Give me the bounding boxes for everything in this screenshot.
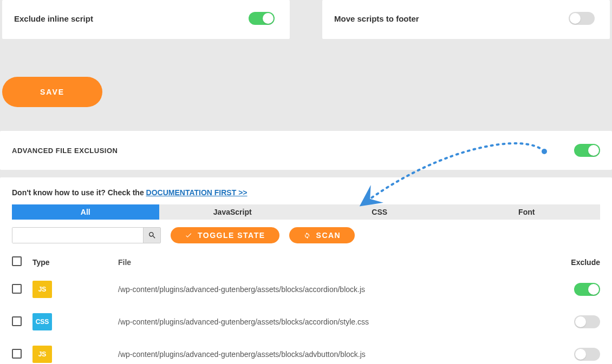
scan-label: SCAN	[316, 231, 341, 240]
save-button[interactable]: SAVE	[2, 77, 102, 107]
toggle-state-label: TOGGLE STATE	[198, 231, 265, 240]
move-scripts-footer-toggle[interactable]	[569, 12, 595, 25]
move-scripts-footer-label: Move scripts to footer	[334, 14, 419, 23]
row-checkbox[interactable]	[12, 349, 22, 359]
exclude-toggle[interactable]	[574, 315, 600, 328]
select-all-checkbox[interactable]	[12, 256, 22, 266]
scan-button[interactable]: SCAN	[289, 227, 355, 243]
tab-css[interactable]: CSS	[306, 204, 453, 220]
advanced-file-exclusion-title: ADVANCED FILE EXCLUSION	[12, 147, 118, 155]
column-header-type: Type	[32, 258, 108, 267]
tab-javascript[interactable]: JavaScript	[159, 204, 307, 220]
help-text-prefix: Don't know how to use it? Check the	[12, 188, 146, 197]
file-type-badge: CSS	[32, 313, 52, 330]
column-header-file: File	[118, 258, 547, 267]
tab-font[interactable]: Font	[453, 204, 601, 220]
row-checkbox[interactable]	[12, 316, 22, 326]
advanced-file-exclusion-toggle[interactable]	[574, 144, 600, 157]
file-path: /wp-content/plugins/advanced-gutenberg/a…	[118, 350, 547, 359]
check-icon	[185, 231, 192, 239]
table-row: JS /wp-content/plugins/advanced-gutenber…	[12, 273, 600, 306]
toggle-state-button[interactable]: TOGGLE STATE	[171, 227, 279, 243]
table-row: JS /wp-content/plugins/advanced-gutenber…	[12, 338, 600, 364]
row-checkbox[interactable]	[12, 284, 22, 294]
refresh-icon	[303, 231, 311, 239]
exclude-inline-script-toggle[interactable]	[249, 12, 275, 25]
exclude-toggle[interactable]	[574, 348, 600, 361]
exclude-inline-script-label: Exclude inline script	[14, 14, 93, 23]
search-button[interactable]	[143, 228, 160, 243]
search-input[interactable]	[12, 228, 143, 243]
file-type-badge: JS	[32, 346, 52, 363]
file-path: /wp-content/plugins/advanced-gutenberg/a…	[118, 285, 547, 294]
file-path: /wp-content/plugins/advanced-gutenberg/a…	[118, 317, 547, 326]
table-row: CSS /wp-content/plugins/advanced-gutenbe…	[12, 306, 600, 338]
tab-all[interactable]: All	[12, 204, 159, 220]
column-header-exclude: Exclude	[557, 258, 600, 267]
file-type-badge: JS	[32, 281, 52, 298]
exclude-toggle[interactable]	[574, 283, 600, 296]
documentation-link[interactable]: DOCUMENTATION FIRST >>	[146, 188, 248, 197]
search-icon	[148, 231, 157, 240]
